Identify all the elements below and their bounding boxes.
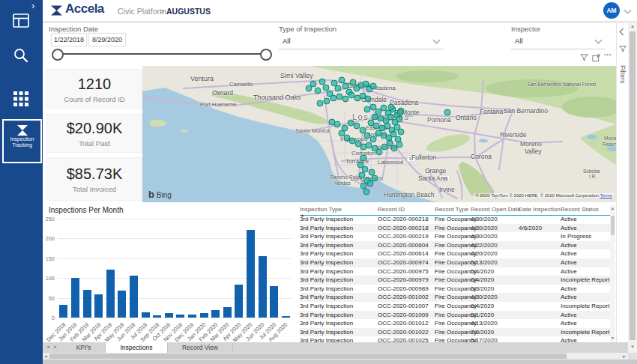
map-data-point[interactable] [339,77,345,83]
sidebar-item-inspection-tracking[interactable]: Inspection Tracking [2,119,42,163]
search-icon[interactable] [12,47,30,65]
map-data-point[interactable] [363,81,369,87]
bar[interactable] [188,315,196,318]
map-data-point[interactable] [339,130,345,136]
table-scroll-down-icon[interactable]: ▼ [611,336,615,340]
inspection-date-end-input[interactable]: 8/29/2020 [88,33,126,46]
bar[interactable] [153,315,161,318]
map-data-point[interactable] [370,83,376,89]
map-data-point[interactable] [364,133,370,139]
user-avatar[interactable]: AM [603,2,620,19]
bar[interactable] [176,315,184,318]
focus-mode-icon[interactable] [592,54,601,63]
map-data-point[interactable] [387,114,393,120]
bar[interactable] [94,294,103,318]
vscroll-up-icon[interactable]: ▲ [630,24,635,28]
kpi-card-total-paid[interactable]: $20.90K Total Paid [46,114,142,153]
map-data-point[interactable] [363,189,369,195]
map-data-point[interactable] [348,92,354,98]
map-data-point[interactable] [360,155,366,161]
expand-filters-chevron-icon[interactable] [620,28,627,36]
map-data-point[interactable] [387,140,393,146]
table-row[interactable]: 3rd Party InspectionOCC-2020-001007Fire … [300,302,610,311]
bar[interactable] [106,270,115,318]
table-scrollbar-thumb[interactable] [611,216,615,235]
map-data-point[interactable] [366,142,372,148]
date-range-slider-handle-end[interactable] [260,49,272,61]
map-data-point[interactable] [317,100,323,106]
bar[interactable] [247,230,255,318]
account-menu-chevron-icon[interactable] [624,7,632,14]
apps-grid-icon[interactable] [12,90,30,108]
table-row[interactable]: 3rd Party InspectionOCC-2020-001022Fire … [300,328,610,337]
column-header-record-open-date[interactable]: Record Open Date [471,206,521,213]
map-data-point[interactable] [335,85,341,91]
map-data-point[interactable] [331,80,337,86]
map-data-point[interactable] [359,172,365,178]
table-row[interactable]: 3rd Party InspectionOCC-2020-000218Fire … [300,215,610,224]
map-terms-link[interactable]: Terms [600,193,612,198]
date-range-slider-handle-start[interactable] [52,49,64,61]
tab-nav-prev-icon[interactable]: ◄ [46,345,50,349]
map-data-point[interactable] [369,169,375,175]
map-data-point[interactable] [390,131,396,137]
map-data-point[interactable] [372,175,378,181]
map-data-point[interactable] [388,104,394,110]
bar[interactable] [71,278,79,318]
map-data-point[interactable] [364,106,370,112]
kpi-card-count-of-record-id[interactable]: 1210 Count of Record ID [46,69,142,109]
map-data-point[interactable] [373,123,379,129]
column-header-inspection-type[interactable]: Inspection Type▲ [300,206,342,213]
more-options-icon[interactable]: ··· [604,52,613,61]
map-data-point[interactable] [315,88,321,94]
map-data-point[interactable] [370,136,376,142]
map-data-point[interactable] [381,144,387,150]
map-data-point[interactable] [396,142,402,148]
map-data-point[interactable] [367,181,373,186]
bar[interactable] [200,313,208,318]
table-row[interactable]: 3rd Party InspectionOCC-2020-000604Fire … [300,241,610,250]
bar[interactable] [118,291,126,318]
map-data-point[interactable] [384,123,390,129]
bar[interactable] [211,310,220,318]
map-data-point[interactable] [376,149,382,155]
bar[interactable] [270,286,278,318]
bar[interactable] [142,312,150,318]
map-data-point[interactable] [396,116,402,122]
filters-funnel-icon[interactable] [619,46,627,53]
table-row[interactable]: 3rd Party InspectionOCC-2020-000219Fire … [300,232,610,241]
table-row[interactable]: 3rd Party InspectionOCC-2020-000975Fire … [300,267,610,276]
hscroll-right-icon[interactable]: ► [622,354,627,359]
bar[interactable] [282,316,290,318]
horizontal-scrollbar-thumb[interactable] [49,354,567,359]
bar[interactable] [83,290,91,318]
map-data-point[interactable] [342,96,348,102]
vertical-scrollbar-thumb[interactable] [630,31,636,340]
tab-inspections[interactable]: Inspections [106,342,168,353]
tab-record-view[interactable]: Record View [168,342,233,353]
visual-filter-icon[interactable] [580,54,589,63]
hscroll-left-icon[interactable]: ◄ [43,354,48,359]
kpi-card-total-invoiced[interactable]: $85.73K Total Invoiced [46,157,142,201]
column-header-record-status[interactable]: Record Status [561,206,599,213]
map-data-point[interactable] [398,129,404,135]
column-header-record-id[interactable]: Record ID [378,206,405,213]
table-row[interactable]: 3rd Party InspectionOCC-2020-001002Fire … [300,293,610,302]
map-data-point[interactable] [365,96,371,102]
column-header-record-type[interactable]: Record Type [435,206,468,213]
table-row[interactable]: 3rd Party InspectionOCC-2020-001012Fire … [300,319,610,328]
bar[interactable] [223,307,232,318]
table-scroll-up-icon[interactable]: ▲ [611,206,615,210]
inspector-dropdown[interactable]: All [511,34,606,49]
map-data-point[interactable] [357,162,363,168]
map-data-point[interactable] [349,138,355,144]
bar[interactable] [259,256,267,318]
sidebar-expand-icon[interactable]: › [31,0,34,11]
bar[interactable] [130,276,138,318]
bar[interactable] [165,313,173,318]
map-data-point[interactable] [362,166,368,172]
map-data-point[interactable] [375,109,381,115]
map-data-point[interactable] [444,109,450,115]
map-data-point[interactable] [306,85,312,91]
map-data-point[interactable] [323,85,329,91]
